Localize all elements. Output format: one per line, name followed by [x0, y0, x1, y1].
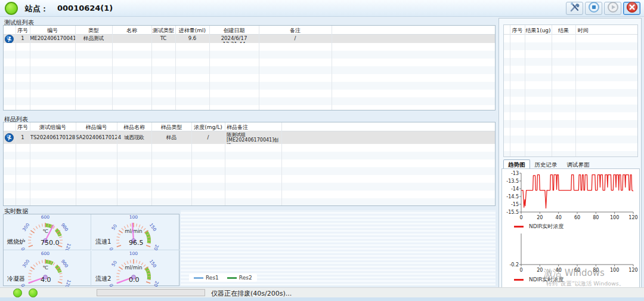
status-message: 仪器正在排废(40s/200s)... — [211, 289, 292, 298]
col-name: 名称 — [112, 27, 151, 35]
svg-text:100: 100 — [129, 214, 138, 220]
svg-text:150: 150 — [148, 222, 158, 232]
svg-text:100: 100 — [129, 251, 138, 256]
start-button[interactable] — [604, 2, 621, 15]
ndir-trend-chart-1: -13-13.5-14-14.5-15-15.5020406080100120 — [503, 170, 638, 222]
svg-text:1200: 1200 — [63, 242, 72, 250]
gauge-value: 4.0 — [41, 276, 51, 284]
svg-text:-15.5: -15.5 — [506, 210, 519, 215]
close-icon — [626, 1, 638, 16]
svg-text:0: 0 — [519, 215, 522, 220]
col-group-code: 测试组编号 — [30, 124, 76, 131]
app-window: 站点： 00010624(1) — [0, 0, 644, 301]
col-sample-type: 样品类型 — [151, 124, 191, 131]
svg-text:100: 100 — [610, 268, 619, 273]
cell-testtype: TC — [151, 36, 175, 42]
svg-text:-0.2: -0.2 — [509, 262, 519, 268]
gauge-label: 流速2 — [95, 275, 111, 283]
col-conc: 浓度(mg/L) — [191, 124, 225, 131]
gauge-cell: 03006009001200℃ 冷凝器 4.0 — [4, 251, 91, 287]
svg-text:20: 20 — [537, 215, 543, 220]
trend-tabbar: 趋势图 历史记录 调试界面 — [503, 159, 595, 169]
svg-text:600: 600 — [41, 214, 50, 220]
svg-text:-13.5: -13.5 — [506, 179, 519, 184]
col-volume: 进样量(ml) — [175, 27, 209, 35]
svg-text:200: 200 — [151, 280, 159, 287]
windows-activation-watermark-sub: 转到“设置”以激活 Windows。 — [546, 280, 624, 288]
svg-text:℃: ℃ — [42, 265, 48, 271]
col-seq: 序号 — [16, 27, 30, 35]
col-time: 时间 — [578, 27, 602, 35]
res2-line-swatch — [227, 277, 237, 279]
windows-activation-watermark: 激活 Windows — [544, 268, 605, 279]
legend-item-res1: Res1 — [194, 275, 219, 281]
svg-text:℃: ℃ — [42, 228, 48, 234]
sample-row[interactable]: 1 TS202406170128 SA202406170124 城西现欧 样品 … — [4, 131, 495, 144]
col-remark: 备注 — [259, 27, 332, 35]
svg-text:200: 200 — [151, 244, 159, 250]
col-code: 编号 — [30, 27, 75, 35]
legend-item-res2: Res2 — [227, 275, 252, 281]
col-created: 创建日期 — [209, 27, 259, 35]
svg-text:0: 0 — [109, 283, 114, 287]
ndir-line-swatch — [514, 279, 524, 281]
tab-trend[interactable]: 趋势图 — [503, 159, 530, 169]
svg-text:0: 0 — [109, 247, 114, 250]
res1-line-swatch — [194, 277, 203, 279]
svg-text:50: 50 — [110, 260, 118, 268]
cell-group-code: TS202406170128 — [30, 135, 76, 141]
progress-bar — [97, 289, 205, 296]
svg-text:50: 50 — [110, 223, 118, 231]
status-bar: 仪器正在排废(40s/200s)... — [0, 287, 644, 297]
col-sample-name: 样品名称 — [117, 124, 151, 131]
svg-text:0: 0 — [20, 247, 26, 250]
col-testtype: 测试类型 — [151, 27, 175, 35]
result-chart-legend: Res1 Res2 — [189, 274, 257, 282]
realtime-gauges: 03006009001200℃ 燃烧炉 750.0 050100150200ml… — [3, 214, 179, 286]
station-label: 站点： — [25, 4, 48, 14]
cell-conc: / — [191, 135, 225, 141]
col-result1: 结果1(ug) — [525, 27, 552, 35]
stop-button[interactable] — [585, 2, 602, 15]
empty-rows — [4, 43, 495, 110]
title-bar: 站点： 00010624(1) — [0, 0, 644, 17]
stop-icon — [588, 1, 600, 16]
svg-text:20: 20 — [537, 268, 543, 273]
svg-text:300: 300 — [21, 259, 31, 269]
svg-text:900: 900 — [60, 259, 70, 269]
tab-debug[interactable]: 调试界面 — [562, 159, 595, 169]
svg-text:120: 120 — [628, 268, 637, 273]
svg-text:0: 0 — [20, 283, 26, 287]
gauge-value: 96.5 — [129, 239, 144, 247]
cell-type: 样品测试 — [75, 36, 112, 42]
result-chart-area: Res1 Res2 — [181, 210, 496, 285]
settings-button[interactable] — [566, 2, 583, 15]
col-type: 类型 — [75, 27, 112, 35]
svg-text:-13: -13 — [511, 171, 519, 176]
gauge-cell: 050100150200ml/min 流速1 96.5 — [92, 214, 179, 250]
cell-sample-name: 城西现欧 — [117, 135, 151, 141]
svg-text:120: 120 — [628, 215, 637, 220]
sample-table: 序号 测试组编号 样品编号 样品名称 样品类型 浓度(mg/L) 样品备注 — [3, 122, 496, 206]
svg-text:60: 60 — [574, 215, 580, 220]
svg-text:0: 0 — [519, 268, 522, 273]
col-sample-code: 样品编号 — [76, 124, 117, 131]
window-bottom-edge — [0, 297, 644, 301]
tab-history[interactable]: 历史记录 — [530, 159, 562, 169]
toolbar — [566, 2, 640, 15]
svg-text:900: 900 — [60, 222, 70, 232]
svg-text:80: 80 — [593, 215, 599, 220]
close-button[interactable] — [623, 2, 640, 15]
svg-text:1200: 1200 — [63, 279, 72, 287]
gauge-value: 0.0 — [129, 276, 140, 284]
empty-rows — [4, 144, 495, 205]
gauge-cell: 050100150200ml/min 流速2 0.0 — [92, 251, 179, 287]
cell-sample-type: 样品 — [151, 135, 191, 141]
test-group-row[interactable]: 1 ME202406170041 样品测试 TC 9.6 2024/6/17 1… — [4, 35, 495, 43]
results-table: 序号 结果1(ug) 结果2(ug) 时间 — [503, 24, 638, 157]
station-id: 00010624(1) — [57, 4, 113, 13]
user-globe-icon — [5, 133, 14, 142]
svg-text:-14: -14 — [511, 186, 519, 192]
svg-text:150: 150 — [148, 259, 158, 269]
results-table-header: 序号 结果1(ug) 结果2(ug) 时间 — [504, 25, 637, 35]
